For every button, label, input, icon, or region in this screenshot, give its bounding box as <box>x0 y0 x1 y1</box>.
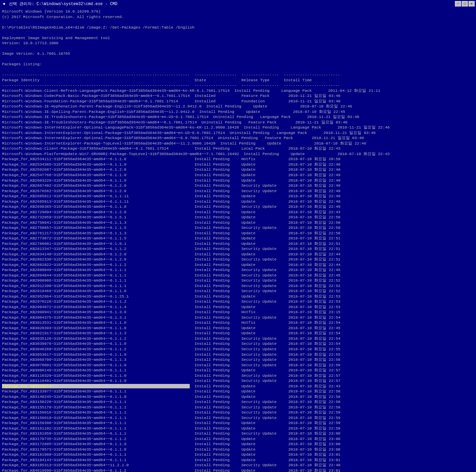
close-button[interactable]: ✕ <box>469 1 475 6</box>
title-bar[interactable]: ■ 선택 관리자: C:\Windows\system32\cmd.exe - … <box>0 0 476 7</box>
window-controls[interactable]: − □ ✕ <box>455 1 475 6</box>
maximize-button[interactable]: □ <box>462 1 468 6</box>
cmd-icon: ■ <box>1 1 7 6</box>
title-bar-left: ■ 선택 관리자: C:\Windows\system32\cmd.exe - … <box>1 1 117 7</box>
minimize-button[interactable]: − <box>455 1 461 6</box>
window-title: 선택 관리자: C:\Windows\system32\cmd.exe - CM… <box>9 1 117 7</box>
terminal-output: Microsoft Windows [Version 10.0.16299.57… <box>0 7 476 472</box>
cmd-window: ■ 선택 관리자: C:\Windows\system32\cmd.exe - … <box>0 0 476 472</box>
